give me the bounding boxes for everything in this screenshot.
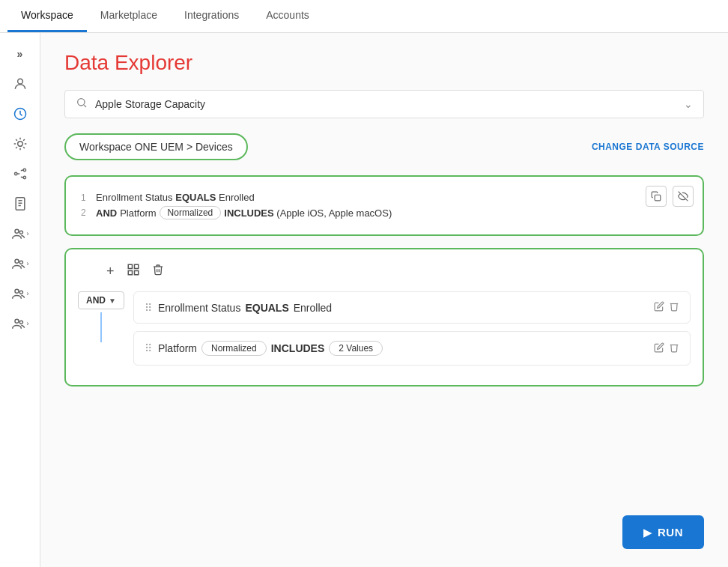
- sidebar-icon-network[interactable]: [7, 160, 34, 187]
- filter-item-enrollment: ⠿ Enrollment Status EQUALS Enrolled: [133, 291, 691, 324]
- page-title: Data Explorer: [64, 51, 704, 75]
- content-area: Data Explorer ⌄ Workspace ONE UEM > Devi…: [40, 33, 728, 567]
- group-filter-button[interactable]: [125, 261, 142, 281]
- run-button-label: RUN: [658, 526, 683, 539]
- filter-item2-field: Platform: [158, 342, 197, 354]
- add-filter-button[interactable]: +: [105, 262, 116, 281]
- sidebar-icon-user[interactable]: [7, 70, 34, 97]
- svg-point-12: [19, 291, 22, 294]
- filter-summary-row-2: 2 AND Platform Normalized INCLUDES (Appl…: [81, 206, 688, 219]
- svg-rect-6: [16, 198, 25, 210]
- and-section: AND ▼ ⠿ Enrollment Status EQUALS Enrolle…: [78, 291, 691, 373]
- run-button-container: ▶ RUN: [622, 515, 705, 549]
- svg-point-5: [23, 176, 25, 178]
- sidebar-icon-group4[interactable]: ›: [7, 310, 34, 337]
- filter-item1-text: Enrollment Status EQUALS Enrolled: [158, 302, 648, 314]
- data-source-badge[interactable]: Workspace ONE UEM > Devices: [64, 133, 248, 160]
- tab-marketplace[interactable]: Marketplace: [87, 0, 171, 32]
- filter-item-platform: ⠿ Platform Normalized INCLUDES 2 Values: [133, 331, 691, 366]
- sidebar: » › › › ›: [0, 33, 40, 567]
- change-data-source-button[interactable]: CHANGE DATA SOURCE: [592, 142, 704, 152]
- filter-summary-actions: [646, 186, 694, 207]
- delete-filter-button[interactable]: [151, 262, 166, 280]
- sidebar-icon-group3[interactable]: ›: [7, 280, 34, 307]
- sidebar-icon-group1[interactable]: ›: [7, 220, 34, 247]
- and-operator-button[interactable]: AND ▼: [78, 291, 124, 309]
- run-button[interactable]: ▶ RUN: [622, 515, 705, 549]
- editor-toolbar: +: [78, 261, 691, 281]
- filter-item2-values[interactable]: 2 Values: [329, 341, 383, 356]
- page-title-text: Data Explorer: [64, 51, 192, 74]
- sidebar-expand-icon[interactable]: »: [7, 40, 34, 67]
- filter-row2-and: AND: [96, 207, 117, 219]
- filter-summary-row-1: 1 Enrollment Status EQUALS Enrolled: [81, 192, 688, 203]
- filter-summary-card: 1 Enrollment Status EQUALS Enrolled 2 AN…: [64, 175, 704, 236]
- filter-editor-card: + AND ▼: [64, 248, 704, 386]
- svg-point-13: [15, 319, 19, 323]
- search-icon: [76, 97, 88, 112]
- svg-point-10: [19, 261, 22, 264]
- search-input[interactable]: [95, 98, 684, 110]
- search-bar: ⌄: [64, 90, 704, 118]
- filter-items-column: ⠿ Enrollment Status EQUALS Enrolled: [133, 291, 691, 373]
- copy-filter-button[interactable]: [646, 186, 667, 207]
- delete-filter-item1-button[interactable]: [669, 301, 679, 314]
- svg-point-4: [23, 169, 25, 171]
- filter-item2-normalized-tag: Normalized: [201, 341, 267, 356]
- main-layout: » › › › ›: [0, 33, 728, 567]
- filter-row2-normalized-tag: Normalized: [160, 206, 222, 219]
- svg-point-2: [17, 142, 22, 147]
- run-play-icon: ▶: [643, 527, 652, 539]
- filter-item2-text: Platform Normalized INCLUDES 2 Values: [158, 341, 648, 356]
- line-number-1: 1: [81, 192, 93, 203]
- sidebar-icon-group2[interactable]: ›: [7, 250, 34, 277]
- and-label: AND: [86, 295, 106, 306]
- filter-row1-text: Enrollment Status EQUALS Enrolled: [96, 192, 255, 203]
- filter-item1-field: Enrollment Status: [158, 302, 241, 314]
- svg-point-9: [15, 259, 19, 263]
- filter-item2-actions: [654, 342, 679, 355]
- delete-filter-item2-button[interactable]: [669, 342, 679, 355]
- search-chevron-icon[interactable]: ⌄: [684, 98, 693, 110]
- edit-filter-item1-button[interactable]: [654, 301, 664, 314]
- svg-point-8: [19, 231, 22, 234]
- svg-rect-18: [128, 264, 132, 268]
- tab-accounts[interactable]: Accounts: [252, 0, 323, 32]
- sidebar-icon-chart[interactable]: [7, 130, 34, 157]
- filter-row2-operator: INCLUDES (Apple iOS, Apple macOS): [224, 207, 392, 219]
- connector-line: [100, 312, 102, 342]
- svg-point-3: [14, 172, 16, 175]
- svg-rect-21: [134, 271, 138, 275]
- sidebar-icon-document[interactable]: [7, 190, 34, 217]
- svg-point-0: [17, 79, 22, 84]
- svg-point-11: [15, 289, 19, 293]
- svg-point-14: [19, 321, 22, 324]
- filter-item2-operator: INCLUDES: [271, 342, 325, 354]
- tab-integrations[interactable]: Integrations: [171, 0, 252, 32]
- data-source-row: Workspace ONE UEM > Devices CHANGE DATA …: [64, 133, 704, 160]
- hide-filter-button[interactable]: [673, 186, 694, 207]
- svg-rect-19: [134, 264, 138, 268]
- svg-point-15: [78, 99, 85, 106]
- filter-item1-operator: EQUALS: [245, 302, 288, 314]
- and-connector: AND ▼: [78, 291, 133, 342]
- drag-handle-2[interactable]: ⠿: [145, 342, 152, 354]
- tab-workspace[interactable]: Workspace: [7, 0, 87, 32]
- top-nav: Workspace Marketplace Integrations Accou…: [0, 0, 728, 33]
- drag-handle-1[interactable]: ⠿: [145, 302, 152, 314]
- svg-rect-20: [128, 271, 132, 275]
- line-number-2: 2: [81, 207, 93, 218]
- filter-row2-field: Platform: [120, 207, 156, 219]
- filter-item1-value: Enrolled: [294, 302, 332, 314]
- sidebar-icon-clock[interactable]: [7, 100, 34, 127]
- edit-filter-item2-button[interactable]: [654, 342, 664, 355]
- and-dropdown-arrow: ▼: [109, 297, 116, 305]
- svg-rect-16: [655, 195, 661, 201]
- svg-point-7: [15, 229, 19, 233]
- filter-item1-actions: [654, 301, 679, 314]
